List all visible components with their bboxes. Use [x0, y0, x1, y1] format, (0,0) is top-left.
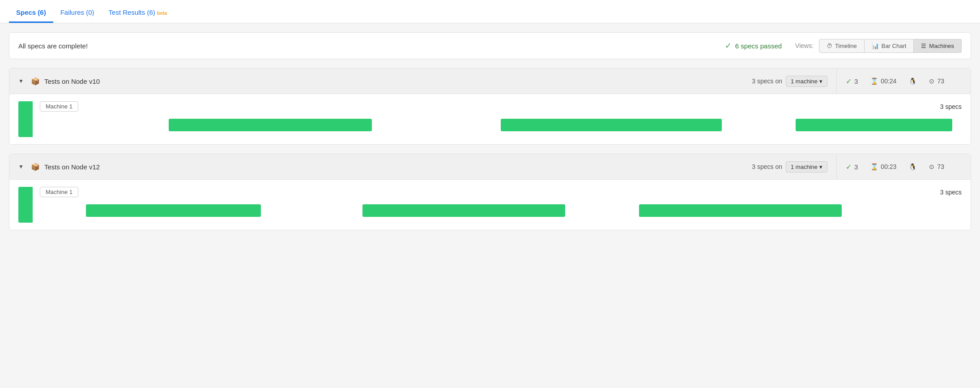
chevron-down-icon-v10[interactable]: ▼: [18, 78, 24, 84]
machine-area-v10: Machine 1 3 specs: [9, 94, 971, 144]
stat-passed-v10: ✓ 3: [846, 77, 858, 86]
machine-row-v12: Machine 1 3 specs: [18, 187, 962, 223]
group-stats-v12: ✓ 3 ⌛ 00:23 🐧 ⊙ 73: [836, 154, 971, 179]
machine-label-v10: Machine 1: [40, 101, 78, 112]
machine-label-row-v12: Machine 1 3 specs: [40, 187, 962, 197]
bar-chart-icon: 📊: [872, 43, 879, 49]
group-header-row-v12: ▼ 📦 Tests on Node v12 3 specs on 1 machi…: [9, 154, 971, 180]
status-bar: All specs are complete! ✓ 6 specs passed…: [9, 32, 971, 59]
views-label: Views:: [795, 42, 814, 49]
machine-content-v10: Machine 1 3 specs: [40, 101, 962, 133]
bar-1-v10: [169, 119, 371, 131]
machine-count-v10: 1 machine: [791, 78, 818, 85]
stat-duration-v10: ⌛ 00:24: [870, 78, 896, 85]
stat-os-v10: 🐧: [909, 78, 916, 85]
checkmark-icon: ✓: [725, 41, 732, 51]
machines-view-button[interactable]: ☰ Machines: [914, 39, 962, 53]
machine-content-v12: Machine 1 3 specs: [40, 187, 962, 219]
timer-icon-v12: ⌛: [870, 163, 878, 170]
linux-icon-v10: 🐧: [909, 78, 916, 85]
bar-chart-label: Bar Chart: [882, 43, 907, 49]
view-buttons-group: ⏱ Timeline 📊 Bar Chart ☰ Machines: [819, 39, 962, 53]
stat-score-v12: ⊙ 73: [929, 163, 944, 170]
machine-count-v12: 1 machine: [791, 164, 818, 170]
stat-score-v10: ⊙ 73: [929, 78, 944, 85]
specs-passed-text: 6 specs passed: [735, 42, 782, 50]
stat-duration-v12: ⌛ 00:23: [870, 163, 896, 170]
tabs-bar: Specs (6) Failures (0) Test Results (6)b…: [0, 0, 980, 23]
group-stats-v10: ✓ 3 ⌛ 00:24 🐧 ⊙ 73: [836, 69, 971, 94]
timeline-label: Timeline: [835, 43, 857, 49]
bar-2-v12: [362, 204, 565, 217]
machine-dropdown-v10[interactable]: 1 machine ▾: [786, 76, 827, 87]
machine-dropdown-v12[interactable]: 1 machine ▾: [786, 161, 827, 172]
stat-duration-value-v12: 00:23: [881, 163, 896, 170]
package-icon-v12: 📦: [31, 163, 40, 171]
check-icon-v12: ✓: [846, 163, 852, 171]
timer-icon-v10: ⌛: [870, 78, 878, 85]
machine-label-v12: Machine 1: [40, 187, 78, 197]
timeline-view-button[interactable]: ⏱ Timeline: [819, 39, 865, 53]
bar-3-v10: [796, 119, 952, 131]
bars-container-v12: [40, 203, 962, 219]
stat-os-v12: 🐧: [909, 163, 916, 170]
check-icon-v10: ✓: [846, 77, 852, 86]
chevron-down-machine-icon-v12: ▾: [819, 164, 822, 170]
tab-test-results[interactable]: Test Results (6)beta: [102, 2, 175, 23]
machine-specs-count-v10: 3 specs: [940, 103, 962, 110]
status-message: All specs are complete!: [18, 42, 725, 50]
score-icon-v12: ⊙: [929, 163, 934, 170]
stat-passed-count-v12: 3: [854, 163, 858, 171]
score-icon-v10: ⊙: [929, 78, 934, 85]
group-name-v10: Tests on Node v10: [44, 78, 752, 85]
bar-2-v10: [501, 119, 722, 131]
specs-on-label-v10: 3 specs on: [752, 78, 782, 85]
chevron-down-machine-icon-v10: ▾: [819, 78, 822, 85]
machine-sidebar-bar-v12: [18, 187, 33, 223]
machines-label: Machines: [929, 43, 954, 49]
tab-specs[interactable]: Specs (6): [9, 2, 53, 23]
stat-score-value-v12: 73: [937, 163, 944, 170]
machines-icon: ☰: [921, 43, 926, 49]
group-header-main-v10: ▼ 📦 Tests on Node v10 3 specs on 1 machi…: [9, 69, 836, 94]
bar-chart-view-button[interactable]: 📊 Bar Chart: [865, 39, 914, 53]
beta-badge: beta: [157, 10, 167, 16]
specs-passed: ✓ 6 specs passed: [725, 41, 782, 51]
group-header-main-v12: ▼ 📦 Tests on Node v12 3 specs on 1 machi…: [9, 154, 836, 179]
timeline-icon: ⏱: [827, 43, 832, 49]
stat-passed-v12: ✓ 3: [846, 163, 858, 171]
group-node-v10: ▼ 📦 Tests on Node v10 3 specs on 1 machi…: [9, 68, 971, 145]
bar-1-v12: [86, 204, 261, 217]
main-content: All specs are complete! ✓ 6 specs passed…: [0, 23, 980, 248]
tab-failures[interactable]: Failures (0): [53, 2, 102, 23]
group-header-row-v10: ▼ 📦 Tests on Node v10 3 specs on 1 machi…: [9, 69, 971, 94]
chevron-down-icon-v12[interactable]: ▼: [18, 164, 24, 170]
machine-sidebar-bar-v10: [18, 101, 33, 137]
group-name-v12: Tests on Node v12: [44, 163, 752, 171]
machine-specs-count-v12: 3 specs: [940, 189, 962, 196]
machine-row-v10: Machine 1 3 specs: [18, 101, 962, 137]
stat-score-value-v10: 73: [937, 78, 944, 85]
group-node-v12: ▼ 📦 Tests on Node v12 3 specs on 1 machi…: [9, 154, 971, 230]
linux-icon-v12: 🐧: [909, 163, 916, 170]
stat-duration-value-v10: 00:24: [881, 78, 896, 85]
bar-3-v12: [639, 204, 842, 217]
stat-passed-count-v10: 3: [854, 78, 858, 85]
specs-on-label-v12: 3 specs on: [752, 163, 782, 170]
machine-area-v12: Machine 1 3 specs: [9, 180, 971, 230]
package-icon-v10: 📦: [31, 77, 40, 86]
bars-container-v10: [40, 117, 962, 133]
machine-label-row-v10: Machine 1 3 specs: [40, 101, 962, 112]
